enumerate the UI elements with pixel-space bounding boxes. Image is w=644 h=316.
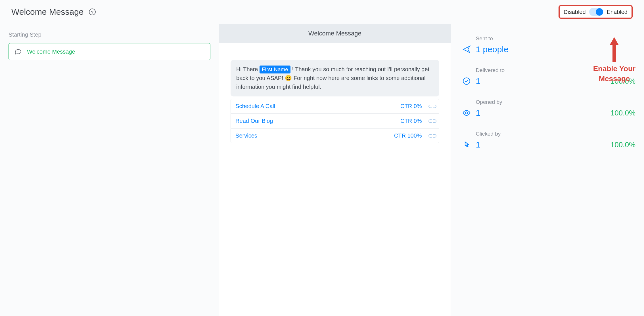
stat-delivered-label: Delivered to: [476, 67, 635, 73]
starting-step-name: Welcome Message: [27, 49, 75, 55]
button-ctr: CTR 0%: [400, 103, 422, 109]
page-title: Welcome Message: [11, 7, 84, 17]
svg-point-3: [465, 112, 468, 114]
preview-panel: Welcome Message Hi There First Name ! Th…: [219, 24, 451, 316]
emoji-smile-icon: 😀: [285, 75, 292, 81]
page-header: Welcome Message ? Disabled Enabled: [0, 0, 644, 24]
stats-panel: Sent to 1 people Delivered to: [451, 24, 644, 316]
stat-clicked-pct: 100.0%: [610, 140, 635, 149]
button-label: Services: [235, 132, 257, 139]
button-ctr: CTR 100%: [394, 132, 422, 139]
stat-sent-value: 1 people: [476, 45, 509, 54]
button-row[interactable]: Read Our Blog CTR 0%: [231, 113, 439, 128]
stat-clicked-value: 1: [476, 140, 481, 149]
msg-text-before: Hi There: [236, 66, 260, 72]
toggle-label-enabled: Enabled: [607, 9, 628, 15]
stat-clicked: Clicked by 1 100.0%: [462, 131, 635, 149]
button-row[interactable]: Schedule A Call CTR 0%: [231, 99, 439, 113]
first-name-tag[interactable]: First Name: [260, 66, 290, 73]
help-icon[interactable]: ?: [89, 9, 96, 15]
link-icon[interactable]: [426, 114, 439, 128]
stat-delivered-pct: 100.0%: [610, 77, 635, 86]
toggle-label-disabled: Disabled: [564, 9, 586, 15]
stat-opened-value: 1: [476, 108, 481, 118]
link-icon[interactable]: [426, 128, 439, 143]
starting-step-label: Starting Step: [9, 31, 210, 38]
help-glyph: ?: [91, 10, 93, 14]
stat-opened: Opened by 1 100.0%: [462, 99, 635, 118]
enable-toggle-group: Disabled Enabled: [559, 5, 633, 19]
stat-delivered: Delivered to 1 100.0%: [462, 67, 635, 86]
send-icon: [462, 45, 471, 54]
link-icon[interactable]: [426, 99, 439, 113]
stat-sent: Sent to 1 people: [462, 35, 635, 54]
eye-icon: [462, 109, 471, 117]
button-label: Schedule A Call: [235, 103, 275, 109]
starting-step-card[interactable]: Welcome Message: [9, 43, 210, 60]
svg-point-2: [463, 78, 470, 84]
toggle-knob: [596, 8, 603, 16]
preview-header: Welcome Message: [219, 24, 450, 43]
chat-bubble-icon: [14, 48, 22, 55]
stat-opened-label: Opened by: [476, 99, 635, 105]
button-list: Schedule A Call CTR 0% Read Our Blog: [231, 99, 439, 143]
pointer-icon: [462, 140, 471, 149]
button-row[interactable]: Services CTR 100%: [231, 128, 439, 143]
stat-delivered-value: 1: [476, 76, 481, 86]
enable-toggle[interactable]: [589, 8, 603, 16]
stat-sent-label: Sent to: [476, 35, 635, 42]
message-bubble[interactable]: Hi There First Name ! Thank you so much …: [231, 60, 439, 96]
check-circle-icon: [462, 77, 471, 85]
stat-clicked-label: Clicked by: [476, 131, 635, 137]
stat-opened-pct: 100.0%: [610, 109, 635, 117]
button-label: Read Our Blog: [235, 118, 273, 124]
left-panel: Starting Step Welcome Message: [0, 24, 219, 316]
button-ctr: CTR 0%: [400, 118, 422, 124]
